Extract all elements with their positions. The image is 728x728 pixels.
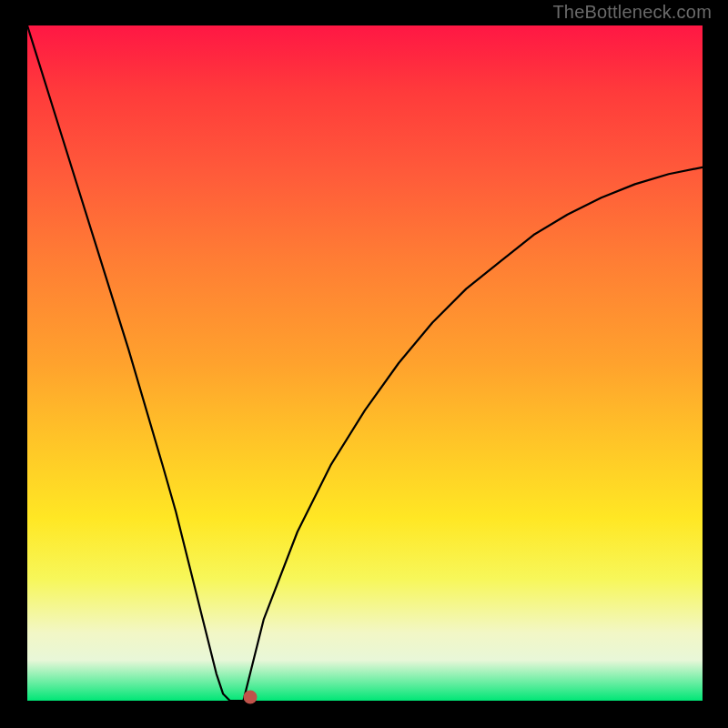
watermark-text: TheBottleneck.com [552, 2, 712, 23]
plot-area [27, 25, 703, 701]
chart-container: TheBottleneck.com [0, 0, 728, 728]
bottleneck-curve [27, 25, 703, 701]
optimal-point-marker [243, 691, 257, 704]
